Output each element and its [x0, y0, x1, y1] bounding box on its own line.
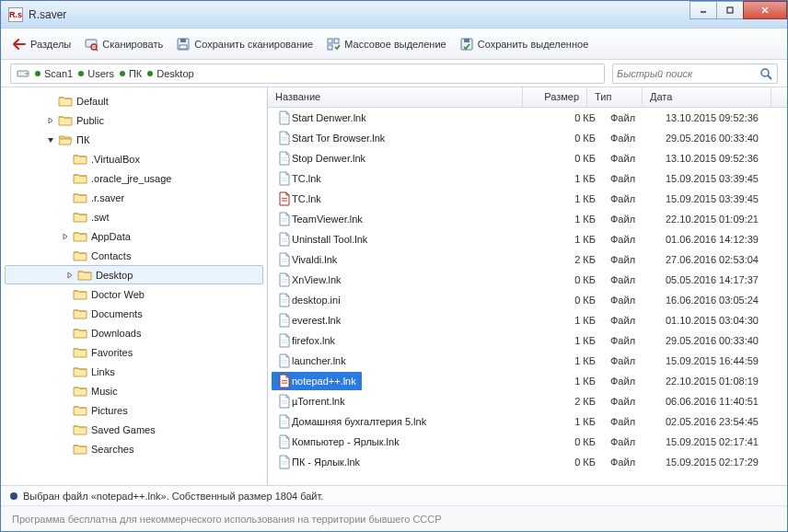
tree-item[interactable]: Desktop — [5, 265, 263, 284]
col-header-name[interactable]: Название — [268, 87, 523, 107]
list-row[interactable]: TC.lnk1 КБФайл15.09.2015 03:39:45 — [268, 189, 787, 209]
breadcrumb-item[interactable]: Users — [78, 68, 114, 79]
col-header-size[interactable]: Размер — [523, 87, 587, 107]
folder-icon — [73, 229, 87, 244]
scan-button[interactable]: Сканировать — [84, 37, 163, 52]
minimize-button[interactable] — [690, 1, 717, 19]
file-name: µTorrent.lnk — [292, 396, 345, 407]
breadcrumb-item[interactable]: Desktop — [147, 68, 193, 79]
tree-item[interactable]: Contacts — [1, 246, 267, 265]
tree-label: AppData — [91, 231, 131, 242]
tree-item[interactable]: Links — [1, 362, 267, 381]
file-date: 02.05.2016 23:54:45 — [658, 416, 787, 427]
list-row[interactable]: launcher.lnk1 КБФайл15.09.2015 16:44:59 — [268, 351, 787, 371]
file-icon — [277, 212, 292, 226]
list-row[interactable]: firefox.lnk1 КБФайл29.05.2016 00:33:40 — [268, 330, 787, 351]
list-row[interactable]: TC.lnk1 КБФайл15.09.2015 03:39:45 — [268, 168, 787, 189]
tree-item[interactable]: Saved Games — [1, 420, 267, 439]
tree-item[interactable]: AppData — [1, 226, 267, 246]
mass-select-button[interactable]: Массовое выделение — [326, 37, 446, 52]
list-row[interactable]: ПК - Ярлык.lnk0 КБФайл15.09.2015 02:17:2… — [268, 452, 787, 472]
tree-label: Saved Games — [91, 424, 156, 435]
search-icon[interactable] — [759, 66, 773, 81]
maximize-button[interactable] — [716, 1, 744, 19]
folder-tree[interactable]: DefaultPublicПК.VirtualBox.oracle_jre_us… — [1, 87, 268, 485]
folder-icon — [73, 210, 87, 225]
file-list[interactable]: Start Denwer.lnk0 КБФайл13.10.2015 09:52… — [268, 108, 787, 485]
save-selected-button[interactable]: Сохранить выделенное — [459, 37, 589, 52]
file-icon — [277, 232, 292, 247]
tree-item[interactable]: .r.saver — [1, 188, 267, 207]
tree-item[interactable]: Downloads — [1, 323, 267, 342]
list-row[interactable]: XnView.lnk0 КБФайл05.05.2016 14:17:37 — [268, 270, 787, 290]
folder-icon — [73, 249, 87, 263]
save-scan-button[interactable]: Сохранить сканирование — [176, 37, 313, 52]
svg-line-18 — [768, 75, 771, 79]
dot-icon — [147, 71, 153, 76]
list-row[interactable]: Компьютер - Ярлык.lnk0 КБФайл15.09.2015 … — [268, 432, 787, 452]
tree-item[interactable]: Searches — [1, 439, 267, 458]
expand-toggle-icon[interactable] — [64, 270, 75, 281]
tree-label: .swt — [91, 212, 110, 223]
svg-rect-54 — [282, 464, 287, 465]
list-row[interactable]: notepad++.lnk1 КБФайл22.10.2015 01:08:19 — [268, 371, 787, 391]
tree-item[interactable]: Public — [1, 110, 267, 130]
window-title: R.saver — [29, 8, 690, 21]
tree-item[interactable]: Pictures — [1, 400, 267, 420]
tree-item[interactable]: .oracle_jre_usage — [1, 168, 267, 188]
tree-item[interactable]: Documents — [1, 304, 267, 323]
search-input[interactable] — [617, 68, 759, 79]
list-row[interactable]: µTorrent.lnk2 КБФайл06.06.2016 11:40:51 — [268, 391, 787, 411]
list-row[interactable]: Stop Denwer.lnk0 КБФайл13.10.2015 09:52:… — [268, 148, 787, 168]
svg-rect-14 — [464, 39, 469, 42]
file-size: 1 КБ — [539, 173, 603, 184]
col-header-date[interactable]: Дата — [643, 87, 771, 107]
back-button[interactable]: Разделы — [12, 37, 71, 52]
close-button[interactable] — [743, 1, 787, 19]
list-row[interactable]: everest.lnk1 КБФайл01.10.2015 03:04:30 — [268, 310, 787, 330]
file-date: 22.10.2015 01:08:19 — [658, 376, 787, 387]
tree-label: Desktop — [96, 270, 133, 281]
breadcrumb-item[interactable]: ПК — [120, 68, 142, 79]
breadcrumb-row: Scan1UsersПКDesktop — [1, 60, 787, 87]
folder-icon — [73, 422, 87, 437]
file-size: 1 КБ — [539, 335, 603, 346]
svg-rect-40 — [282, 322, 287, 323]
file-date: 13.10.2015 09:52:36 — [658, 112, 787, 123]
tree-label: Downloads — [91, 328, 141, 339]
list-row[interactable]: Start Tor Browser.lnk0 КБФайл29.05.2016 … — [268, 128, 787, 148]
tree-item[interactable]: .swt — [1, 207, 267, 226]
list-row[interactable]: desktop.ini0 КБФайл16.06.2016 03:05:24 — [268, 290, 787, 310]
expand-toggle-icon[interactable] — [45, 115, 56, 126]
back-label: Разделы — [30, 39, 71, 50]
list-row[interactable]: Vivaldi.lnk2 КБФайл27.06.2016 02:53:04 — [268, 249, 787, 270]
file-name: Stop Denwer.lnk — [292, 153, 365, 164]
list-row[interactable]: Uninstall Tool.lnk1 КБФайл01.06.2016 14:… — [268, 229, 787, 249]
tree-item[interactable]: .VirtualBox — [1, 149, 267, 168]
folder-icon — [73, 442, 87, 457]
file-icon — [277, 414, 292, 429]
disk-icon — [17, 67, 29, 80]
svg-rect-51 — [282, 441, 287, 442]
tree-item[interactable]: Doctor Web — [1, 284, 267, 304]
tree-item[interactable]: Music — [1, 381, 267, 400]
expand-toggle-icon[interactable] — [45, 134, 56, 145]
file-type: Файл — [603, 436, 658, 447]
file-name: Start Denwer.lnk — [292, 112, 366, 123]
status-bar: Выбран файл «notepad++.lnk». Собственный… — [1, 485, 787, 505]
tree-item[interactable]: Favorites — [1, 342, 267, 362]
tree-label: Documents — [91, 308, 143, 319]
breadcrumb-item[interactable]: Scan1 — [35, 68, 73, 79]
col-header-type[interactable]: Тип — [587, 87, 643, 107]
mass-select-icon — [326, 37, 341, 52]
file-name: everest.lnk — [292, 315, 341, 326]
tree-item[interactable]: Default — [1, 91, 267, 110]
file-name: XnView.lnk — [292, 274, 342, 285]
search-box[interactable] — [612, 64, 778, 84]
list-row[interactable]: Домашняя бухгалтерия 5.lnk1 КБФайл02.05.… — [268, 411, 787, 432]
expand-toggle-icon[interactable] — [60, 231, 71, 242]
tree-item[interactable]: ПК — [1, 130, 267, 149]
file-size: 0 КБ — [539, 274, 603, 285]
list-row[interactable]: TeamViewer.lnk1 КБФайл22.10.2015 01:09:2… — [268, 209, 787, 229]
list-row[interactable]: Start Denwer.lnk0 КБФайл13.10.2015 09:52… — [268, 108, 787, 128]
